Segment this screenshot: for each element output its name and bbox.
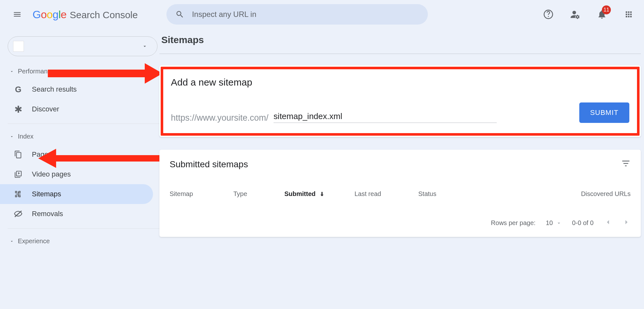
- sidebar-item-label: Discover: [32, 105, 59, 113]
- col-sitemap[interactable]: Sitemap: [170, 190, 233, 198]
- divider: [8, 124, 159, 124]
- table-pagination: Rows per page: 10 0-0 of 0: [170, 218, 631, 228]
- brand-logo: Google Search Console: [33, 8, 138, 21]
- menu-button[interactable]: [10, 7, 25, 22]
- apps-button[interactable]: [623, 9, 634, 20]
- section-label: Experience: [18, 237, 50, 245]
- divider: [8, 228, 159, 229]
- filter-icon: [621, 159, 631, 168]
- add-sitemap-title: Add a new sitemap: [171, 77, 629, 88]
- app-header: Google Search Console 11: [0, 0, 644, 29]
- col-label: Submitted: [284, 190, 316, 198]
- sitemaps-table-header: Sitemap Type Submitted Last read Status …: [170, 190, 631, 204]
- rows-per-page-label: Rows per page:: [491, 219, 536, 227]
- sidebar-item-video-pages[interactable]: Video pages: [0, 164, 153, 184]
- col-status[interactable]: Status: [418, 190, 492, 198]
- section-experience[interactable]: Experience: [0, 233, 159, 249]
- chevron-down-icon: [10, 69, 14, 74]
- section-index[interactable]: Index: [0, 128, 159, 145]
- sitemap-url-prefix: https://www.yoursite.com/: [171, 113, 268, 123]
- user-settings-icon: [570, 9, 581, 20]
- rows-value: 10: [546, 219, 553, 227]
- sidebar-item-label: Video pages: [32, 170, 71, 178]
- google-g-icon: G: [13, 85, 23, 94]
- url-inspect-input[interactable]: [192, 10, 419, 19]
- help-icon: [543, 9, 553, 19]
- col-type[interactable]: Type: [233, 190, 284, 198]
- add-sitemap-card: Add a new sitemap https://www.yoursite.c…: [159, 65, 641, 137]
- section-label: Index: [18, 133, 33, 140]
- sidebar-item-label: Pages: [32, 150, 52, 159]
- chevron-down-icon: [142, 43, 148, 49]
- submitted-sitemaps-title: Submitted sitemaps: [170, 159, 248, 170]
- submit-button[interactable]: SUBMIT: [579, 102, 629, 123]
- pages-icon: [13, 150, 23, 159]
- url-inspect-search[interactable]: [166, 4, 428, 25]
- apps-grid-icon: [624, 10, 633, 19]
- sidebar-item-search-results[interactable]: G Search results: [0, 79, 153, 99]
- sidebar: Performance G Search results ✱ Discover …: [0, 29, 159, 250]
- notifications-badge: 11: [602, 5, 611, 14]
- col-discovered-urls[interactable]: Discovered URLs: [492, 190, 631, 198]
- page-range: 0-0 of 0: [572, 219, 594, 227]
- asterisk-icon: ✱: [13, 104, 23, 114]
- sort-desc-icon: [319, 191, 325, 197]
- sitemap-url-input[interactable]: [274, 111, 497, 123]
- col-last-read[interactable]: Last read: [355, 190, 418, 198]
- search-icon: [175, 10, 184, 19]
- google-logo-text: Google: [33, 8, 67, 21]
- sidebar-item-label: Removals: [32, 210, 63, 218]
- help-button[interactable]: [543, 9, 554, 20]
- property-thumbnail: [13, 41, 24, 52]
- chevron-down-icon: [556, 220, 562, 226]
- col-submitted[interactable]: Submitted: [284, 190, 355, 198]
- sidebar-item-label: Search results: [32, 85, 77, 94]
- prev-page-button[interactable]: [604, 218, 612, 228]
- hamburger-icon: [13, 10, 22, 19]
- manage-users-button[interactable]: [569, 9, 581, 20]
- sidebar-item-pages[interactable]: Pages: [0, 145, 153, 164]
- chevron-left-icon: [604, 218, 612, 226]
- sidebar-item-removals[interactable]: Removals: [0, 204, 153, 224]
- video-pages-icon: [13, 170, 23, 179]
- notifications-button[interactable]: 11: [596, 9, 608, 20]
- divider: [159, 54, 641, 54]
- property-selector[interactable]: [8, 36, 157, 56]
- section-label: Performance: [18, 68, 55, 75]
- sitemap-icon: [13, 189, 23, 199]
- filter-button[interactable]: [621, 159, 631, 170]
- chevron-down-icon: [10, 239, 14, 244]
- header-actions: 11: [543, 9, 634, 20]
- page-title: Sitemaps: [159, 29, 641, 54]
- submitted-sitemaps-card: Submitted sitemaps Sitemap Type Submitte…: [159, 150, 641, 237]
- removals-icon: [13, 209, 23, 219]
- sidebar-item-label: Sitemaps: [32, 190, 61, 198]
- chevron-down-icon: [10, 134, 14, 139]
- sidebar-item-discover[interactable]: ✱ Discover: [0, 99, 153, 119]
- next-page-button[interactable]: [622, 218, 631, 228]
- chevron-right-icon: [622, 218, 631, 226]
- section-performance[interactable]: Performance: [0, 63, 159, 79]
- product-name: Search Console: [70, 10, 138, 20]
- sidebar-item-sitemaps[interactable]: Sitemaps: [0, 184, 153, 204]
- rows-per-page-select[interactable]: 10: [546, 219, 562, 227]
